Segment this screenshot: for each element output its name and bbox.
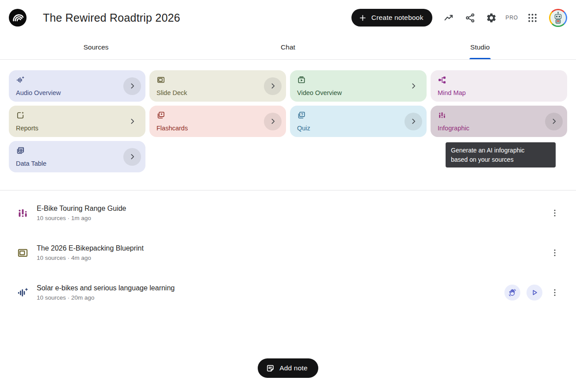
studio-card-flashcards[interactable]: Flashcards: [149, 106, 286, 137]
chevron-right-icon[interactable]: [264, 113, 282, 130]
studio-output-list: E-Bike Touring Range Guide 10 sources · …: [0, 190, 576, 312]
header-icon-buttons: [439, 7, 502, 28]
header-actions: Create notebook PRO: [351, 7, 567, 28]
chevron-right-icon[interactable]: [264, 77, 282, 95]
app-header: The Rewired Roadtrip 2026 Create noteboo…: [0, 0, 576, 35]
add-note-button[interactable]: Add note: [258, 358, 318, 378]
studio-card-infographic[interactable]: Infographic: [431, 106, 567, 137]
item-actions: [504, 283, 567, 302]
settings-button[interactable]: [481, 7, 502, 28]
item-title: Solar e-bikes and serious language learn…: [37, 284, 175, 292]
studio-item-the-2026-e-bikepacking-blueprint[interactable]: The 2026 E-Bikepacking Blueprint 10 sour…: [9, 233, 567, 273]
tab-label: Studio: [470, 43, 490, 51]
analytics-button[interactable]: [439, 7, 460, 28]
item-text: The 2026 E-Bikepacking Blueprint 10 sour…: [37, 244, 144, 261]
audio-waveform-icon: [16, 76, 138, 84]
flashcards-icon: [156, 111, 279, 120]
studio-card-label: Video Overview: [297, 89, 420, 96]
data-table-icon: [16, 146, 138, 155]
tab-studio[interactable]: Studio: [384, 35, 576, 59]
item-title: The 2026 E-Bikepacking Blueprint: [37, 244, 144, 252]
studio-card-video-overview[interactable]: Video Overview: [290, 70, 427, 102]
tab-sources[interactable]: Sources: [0, 35, 192, 59]
studio-card-slide-deck[interactable]: Slide Deck: [149, 70, 286, 102]
studio-card-label: Data Table: [16, 160, 138, 167]
tab-chat[interactable]: Chat: [192, 35, 384, 59]
share-icon: [465, 12, 476, 23]
item-title: E-Bike Touring Range Guide: [37, 205, 126, 213]
share-button[interactable]: [460, 7, 481, 28]
tooltip-line-1: Generate an AI infographic: [451, 146, 550, 155]
create-notebook-label: Create notebook: [371, 14, 423, 22]
plus-icon: [359, 14, 367, 22]
quiz-cards-icon: ?: [297, 111, 420, 120]
interactive-mode-button[interactable]: [504, 285, 520, 301]
footer: Add note: [0, 358, 576, 378]
svg-text:?: ?: [301, 112, 303, 117]
three-dot-menu-icon: [550, 248, 560, 258]
studio-card-label: Flashcards: [156, 125, 279, 132]
chevron-right-icon[interactable]: [123, 113, 141, 130]
studio-card-label: Slide Deck: [156, 89, 279, 96]
studio-item-solar-e-bikes-and-serious-language-learning[interactable]: Solar e-bikes and serious language learn…: [9, 273, 567, 312]
item-meta: 10 sources · 4m ago: [37, 255, 144, 261]
studio-card-mind-map[interactable]: Mind Map: [431, 70, 567, 102]
three-dot-menu-icon: [550, 288, 560, 297]
item-text: Solar e-bikes and serious language learn…: [37, 284, 175, 301]
chevron-right-icon[interactable]: [545, 113, 563, 130]
item-menu-button[interactable]: [549, 243, 561, 263]
studio-card-label: Reports: [16, 125, 138, 132]
slide-deck-icon: [17, 247, 29, 259]
chevron-right-icon[interactable]: [123, 148, 141, 166]
studio-card-label: Mind Map: [438, 89, 560, 96]
slide-deck-icon: [156, 76, 279, 84]
settings-gear-icon: [486, 12, 497, 23]
tab-label: Chat: [281, 43, 295, 51]
three-dot-menu-icon: [550, 208, 560, 218]
studio-card-data-table[interactable]: Data Table: [9, 141, 145, 172]
video-overview-icon: [297, 76, 420, 84]
chevron-right-icon[interactable]: [404, 113, 422, 130]
waving-hand-icon: [508, 288, 517, 297]
play-audio-button[interactable]: [526, 285, 542, 301]
studio-card-reports[interactable]: Reports: [9, 106, 145, 137]
notebook-title[interactable]: The Rewired Roadtrip 2026: [43, 11, 180, 24]
account-avatar[interactable]: [549, 9, 567, 27]
notebooklm-logo-icon[interactable]: [9, 9, 27, 27]
studio-item-e-bike-touring-range-guide[interactable]: E-Bike Touring Range Guide 10 sources · …: [9, 193, 567, 233]
studio-card-quiz[interactable]: ? Quiz: [290, 106, 427, 137]
studio-card-label: Quiz: [297, 125, 420, 132]
item-actions: [549, 203, 567, 223]
tooltip-line-2: based on your sources: [451, 155, 550, 164]
apps-grid-icon: [527, 12, 538, 23]
item-actions: [549, 243, 567, 263]
infographic-tooltip: Generate an AI infographic based on your…: [446, 142, 556, 167]
studio-card-audio-overview[interactable]: Audio Overview: [9, 70, 145, 102]
item-text: E-Bike Touring Range Guide 10 sources · …: [37, 205, 126, 221]
apps-grid-button[interactable]: [522, 7, 543, 28]
audio-waveform-icon: [17, 287, 29, 299]
item-meta: 10 sources · 1m ago: [37, 215, 126, 221]
item-menu-button[interactable]: [549, 283, 561, 302]
active-tab-indicator: [469, 58, 491, 59]
studio-card-label: Audio Overview: [16, 89, 138, 96]
robot-avatar-image: [550, 10, 566, 26]
chevron-right-icon[interactable]: [123, 77, 141, 95]
chevron-right-icon[interactable]: [404, 77, 422, 95]
play-icon: [530, 288, 539, 297]
pro-badge: PRO: [506, 15, 518, 21]
mind-map-icon: [438, 76, 560, 84]
infographic-bars-icon: [438, 111, 560, 120]
report-sparkle-icon: [16, 111, 138, 120]
tab-label: Sources: [84, 43, 109, 51]
add-note-label: Add note: [279, 364, 308, 372]
note-icon: [266, 364, 275, 373]
trending-up-icon: [443, 12, 454, 23]
studio-card-label: Infographic: [438, 125, 560, 132]
item-menu-button[interactable]: [549, 203, 561, 223]
item-meta: 10 sources · 20m ago: [37, 294, 175, 301]
create-notebook-button[interactable]: Create notebook: [351, 9, 432, 27]
panel-tabs: Sources Chat Studio: [0, 35, 576, 60]
infographic-bars-icon: [17, 207, 29, 219]
